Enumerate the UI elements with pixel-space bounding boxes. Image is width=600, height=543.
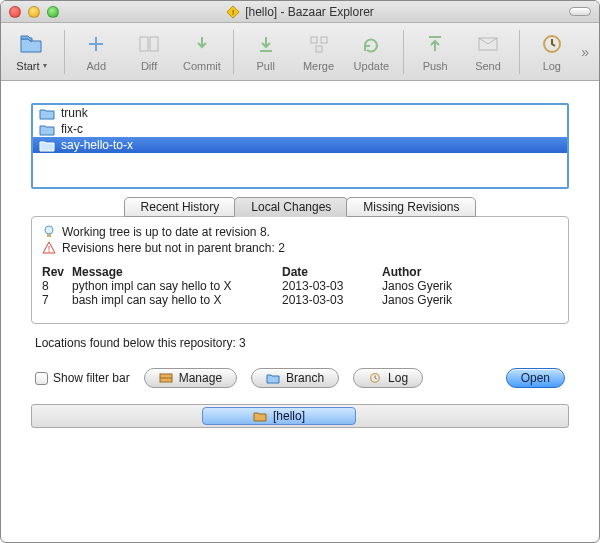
breadcrumb-bar: [hello] — [31, 404, 569, 428]
tab-bar: Recent History Local Changes Missing Rev… — [31, 197, 569, 217]
tab-missing-revisions[interactable]: Missing Revisions — [346, 197, 476, 217]
lightbulb-icon — [42, 225, 56, 239]
close-window-button[interactable] — [9, 6, 21, 18]
table-row[interactable]: 8 python impl can say hello to X 2013-03… — [42, 279, 558, 293]
pull-icon — [252, 32, 280, 56]
branch-button[interactable]: Branch — [251, 368, 339, 388]
col-header-rev: Rev — [42, 265, 72, 279]
cell-author: Janos Gyerik — [382, 279, 558, 293]
tab-recent-history[interactable]: Recent History — [124, 197, 237, 217]
window-titlebar: ! [hello] - Bazaar Explorer — [1, 1, 599, 23]
log-button[interactable]: Log — [353, 368, 423, 388]
diff-button[interactable]: Diff — [124, 32, 175, 72]
zoom-window-button[interactable] — [47, 6, 59, 18]
diff-icon — [135, 32, 163, 56]
svg-rect-4 — [311, 37, 317, 43]
toolbar-separator — [519, 30, 520, 74]
warning-icon: ! — [42, 241, 56, 255]
window-title: ! [hello] - Bazaar Explorer — [1, 5, 599, 19]
update-icon — [357, 32, 385, 56]
merge-icon — [305, 32, 333, 56]
svg-rect-10 — [47, 234, 51, 237]
merge-button[interactable]: Merge — [293, 32, 344, 72]
commit-icon — [188, 32, 216, 56]
cell-date: 2013-03-03 — [282, 293, 382, 307]
branch-item-say-hello-to-x[interactable]: say-hello-to-x — [33, 137, 567, 153]
log-toolbar-button[interactable]: Log — [526, 32, 577, 72]
chevron-down-icon: ▼ — [42, 62, 49, 69]
traffic-lights — [9, 6, 59, 18]
cell-author: Janos Gyerik — [382, 293, 558, 307]
svg-text:!: ! — [232, 7, 234, 16]
drawer-icon — [159, 372, 173, 384]
folder-icon — [39, 139, 55, 152]
svg-point-9 — [45, 226, 53, 234]
branch-item-trunk[interactable]: trunk — [33, 105, 567, 121]
col-header-message: Message — [72, 265, 282, 279]
table-header: Rev Message Date Author — [42, 265, 558, 279]
folder-open-icon — [18, 32, 46, 56]
start-button[interactable]: Start▼ — [7, 32, 58, 72]
toolbar-overflow[interactable]: » — [581, 44, 593, 60]
branch-list[interactable]: trunk fix-c say-hello-to-x — [31, 103, 569, 189]
main-content: trunk fix-c say-hello-to-x Recent Histor… — [1, 81, 599, 436]
push-icon — [421, 32, 449, 56]
col-header-author: Author — [382, 265, 558, 279]
revision-table: Rev Message Date Author 8 python impl ca… — [42, 265, 558, 307]
toolbar-toggle-button[interactable] — [569, 7, 591, 16]
toolbar-separator — [403, 30, 404, 74]
status-uptodate: Working tree is up to date at revision 8… — [42, 225, 558, 239]
cell-rev: 8 — [42, 279, 72, 293]
show-filter-checkbox[interactable]: Show filter bar — [35, 371, 130, 385]
tab-local-changes[interactable]: Local Changes — [234, 197, 348, 217]
checkbox-label: Show filter bar — [53, 371, 130, 385]
branch-label: fix-c — [61, 122, 83, 136]
manage-button[interactable]: Manage — [144, 368, 237, 388]
branch-item-fix-c[interactable]: fix-c — [33, 121, 567, 137]
svg-rect-2 — [140, 37, 148, 51]
toolbar-separator — [64, 30, 65, 74]
svg-text:!: ! — [48, 244, 51, 254]
checkbox-box[interactable] — [35, 372, 48, 385]
pull-button[interactable]: Pull — [240, 32, 291, 72]
send-button[interactable]: Send — [463, 32, 514, 72]
commit-button[interactable]: Commit — [176, 32, 227, 72]
cell-date: 2013-03-03 — [282, 279, 382, 293]
cell-message: python impl can say hello to X — [72, 279, 282, 293]
app-icon: ! — [226, 5, 240, 19]
push-button[interactable]: Push — [410, 32, 461, 72]
cell-rev: 7 — [42, 293, 72, 307]
folder-icon — [39, 107, 55, 120]
send-icon — [474, 32, 502, 56]
svg-rect-3 — [150, 37, 158, 51]
cell-message: bash impl can say hello to X — [72, 293, 282, 307]
add-button[interactable]: Add — [71, 32, 122, 72]
branch-label: trunk — [61, 106, 88, 120]
table-row[interactable]: 7 bash impl can say hello to X 2013-03-0… — [42, 293, 558, 307]
svg-marker-0 — [227, 5, 239, 17]
update-button[interactable]: Update — [346, 32, 397, 72]
main-toolbar: Start▼ Add Diff Commit Pull Merge Update… — [1, 23, 599, 81]
local-changes-panel: Working tree is up to date at revision 8… — [31, 216, 569, 324]
minimize-window-button[interactable] — [28, 6, 40, 18]
svg-rect-5 — [321, 37, 327, 43]
plus-icon — [82, 32, 110, 56]
branch-label: say-hello-to-x — [61, 138, 133, 152]
clock-icon — [538, 32, 566, 56]
col-header-date: Date — [282, 265, 382, 279]
svg-rect-6 — [316, 46, 322, 52]
bottom-button-row: Show filter bar Manage Branch Log Open — [31, 368, 569, 388]
folder-icon — [39, 123, 55, 136]
breadcrumb-hello[interactable]: [hello] — [202, 407, 356, 425]
open-button[interactable]: Open — [506, 368, 565, 388]
folder-open-icon — [253, 410, 267, 422]
status-missing: ! Revisions here but not in parent branc… — [42, 241, 558, 255]
clock-icon — [368, 372, 382, 384]
folder-icon — [266, 372, 280, 384]
locations-summary: Locations found below this repository: 3 — [35, 336, 565, 350]
toolbar-separator — [233, 30, 234, 74]
